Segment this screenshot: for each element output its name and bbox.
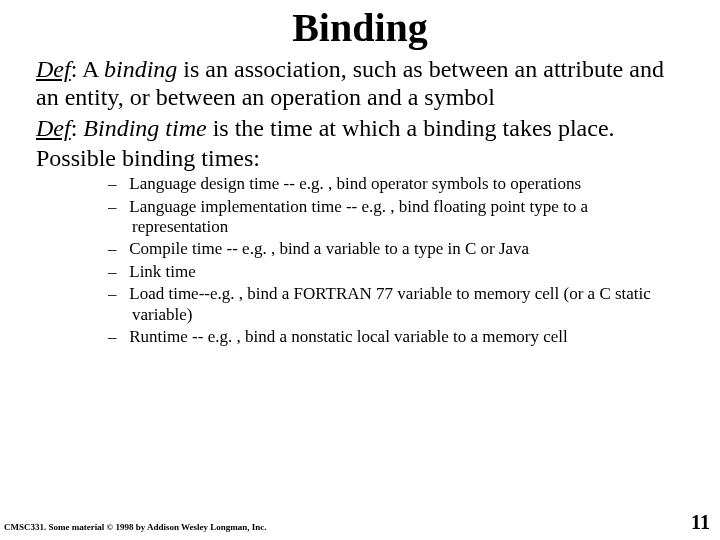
list-item: Language implementation time -- e.g. , b… xyxy=(108,197,684,238)
def-term: binding xyxy=(104,56,177,82)
def-term: Binding time xyxy=(83,115,206,141)
def-text-before: : A xyxy=(71,56,104,82)
definition-1: Def: A binding is an association, such a… xyxy=(36,55,684,112)
def-label: Def xyxy=(36,56,71,82)
possible-times-label: Possible binding times: xyxy=(36,144,684,172)
slide-title: Binding xyxy=(0,0,720,51)
def-text-before: : xyxy=(71,115,84,141)
page-number: 11 xyxy=(691,511,710,534)
list-item: Compile time -- e.g. , bind a variable t… xyxy=(108,239,684,259)
list-item: Runtime -- e.g. , bind a nonstatic local… xyxy=(108,327,684,347)
def-text-after: is the time at which a binding takes pla… xyxy=(207,115,615,141)
slide: Binding Def: A binding is an association… xyxy=(0,0,720,540)
list-item: Language design time -- e.g. , bind oper… xyxy=(108,174,684,194)
list-item: Load time--e.g. , bind a FORTRAN 77 vari… xyxy=(108,284,684,325)
definition-2: Def: Binding time is the time at which a… xyxy=(36,114,684,142)
def-label: Def xyxy=(36,115,71,141)
binding-times-list: Language design time -- e.g. , bind oper… xyxy=(36,174,684,347)
slide-body: Def: A binding is an association, such a… xyxy=(0,51,720,347)
footer-copyright: CMSC331. Some material © 1998 by Addison… xyxy=(4,522,267,532)
list-item: Link time xyxy=(108,262,684,282)
